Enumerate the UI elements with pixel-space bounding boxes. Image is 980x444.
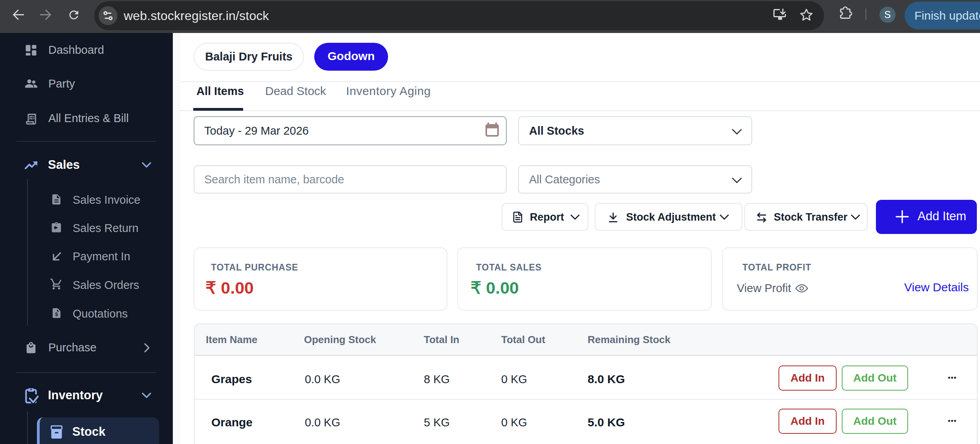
svg-text:$: $ <box>55 311 58 317</box>
